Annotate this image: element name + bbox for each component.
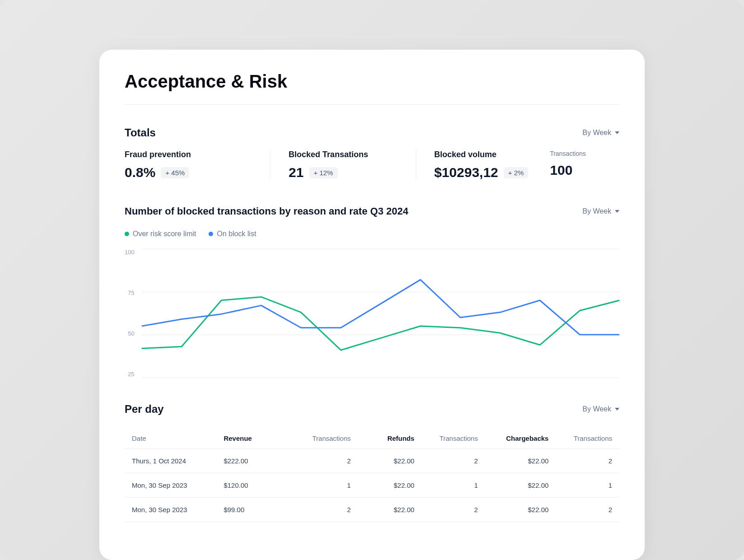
legend-item-over-risk: Over risk score limit (125, 230, 196, 238)
stat-label: Blocked Transations (288, 150, 397, 159)
dropdown-label: By Week (582, 405, 611, 413)
stat-value: 100 (550, 163, 586, 178)
td-date: Mon, 30 Sep 2023 (132, 481, 223, 489)
y-tick: 75 (125, 289, 135, 296)
td-date: Mon, 30 Sep 2023 (132, 506, 223, 513)
stat-delta: + 12% (309, 167, 338, 178)
chart-title: Number of blocked transactions by reason… (125, 205, 408, 217)
fraud-prevention-stat: Fraud prevention 0.8% + 45% (125, 150, 270, 180)
td-cb_tx: 2 (549, 457, 612, 465)
page-title: Acceptance & Risk (125, 71, 619, 92)
td-rev_tx: 2 (287, 457, 351, 465)
dashboard-card: Acceptance & Risk Totals By Week Fraud p… (99, 50, 645, 560)
td-chargebacks: $22.00 (478, 457, 549, 465)
stat-delta: + 45% (161, 167, 189, 178)
td-rev_tx: 1 (287, 481, 351, 489)
table-row: Mon, 30 Sep 2023$99.002$22.002$22.002 (125, 498, 619, 522)
stat-value: 21 (288, 165, 303, 180)
chart-dropdown[interactable]: By Week (582, 207, 619, 215)
chart-legend: Over risk score limit On block list (125, 230, 619, 238)
totals-title: Totals (125, 126, 156, 139)
per-day-title: Per day (125, 403, 164, 415)
chevron-down-icon (615, 131, 619, 134)
td-chargebacks: $22.00 (478, 506, 549, 513)
stat-value: $10293,12 (434, 165, 498, 180)
chevron-down-icon (615, 408, 619, 411)
table-row: Thurs, 1 Oct 2024$222.002$22.002$22.002 (125, 449, 619, 473)
td-ref_tx: 2 (414, 457, 478, 465)
stat-label: Blocked volume (434, 150, 528, 159)
legend-label: On block list (217, 230, 256, 238)
th-rev-tx: Transactions (287, 434, 351, 442)
td-cb_tx: 2 (549, 506, 612, 513)
per-day-table: Date Revenue Transactions Refunds Transa… (125, 428, 619, 522)
totals-dropdown[interactable]: By Week (582, 129, 619, 137)
legend-item-on-block: On block list (209, 230, 256, 238)
th-refunds: Refunds (351, 434, 414, 442)
th-ref-tx: Transactions (414, 434, 478, 442)
per-day-section: Per day By Week Date Revenue Transaction… (125, 403, 619, 522)
stat-value: 0.8% (125, 165, 155, 180)
td-refunds: $22.00 (351, 506, 414, 513)
chart-line-on-block-list (142, 280, 619, 335)
dropdown-label: By Week (582, 207, 611, 215)
per-day-dropdown[interactable]: By Week (582, 405, 619, 413)
td-date: Thurs, 1 Oct 2024 (132, 457, 223, 465)
td-revenue: $222.00 (223, 457, 287, 465)
divider (125, 104, 619, 105)
td-revenue: $99.00 (223, 506, 287, 513)
td-refunds: $22.00 (351, 481, 414, 489)
td-cb_tx: 1 (549, 481, 612, 489)
stat-label: Fraud prevention (125, 150, 252, 159)
td-ref_tx: 1 (414, 481, 478, 489)
th-chargebacks: Chargebacks (478, 434, 549, 442)
blocked-volume-stat: Blocked volume $10293,12 + 2% Transactio… (416, 150, 619, 180)
legend-dot-icon (209, 232, 213, 236)
y-tick: 25 (125, 371, 135, 378)
td-ref_tx: 2 (414, 506, 478, 513)
y-tick: 50 (125, 330, 135, 337)
stat-delta: + 2% (504, 167, 529, 178)
chart-area (142, 249, 619, 378)
th-cb-tx: Transactions (549, 434, 612, 442)
y-tick: 100 (125, 249, 135, 256)
totals-grid: Fraud prevention 0.8% + 45% Blocked Tran… (125, 150, 619, 180)
th-date: Date (132, 434, 223, 442)
td-refunds: $22.00 (351, 457, 414, 465)
y-axis: 100 75 50 25 (125, 249, 135, 378)
legend-label: Over risk score limit (133, 230, 196, 238)
legend-dot-icon (125, 232, 129, 236)
th-revenue: Revenue (223, 434, 287, 442)
chevron-down-icon (615, 210, 619, 213)
table-row: Mon, 30 Sep 2023$120.001$22.001$22.001 (125, 473, 619, 498)
blocked-transactions-stat: Blocked Transations 21 + 12% (270, 150, 415, 180)
transactions-stat: Transactions 100 (550, 150, 586, 178)
stat-label: Transactions (550, 150, 586, 157)
chart-line-over-risk-score-limit (142, 297, 619, 350)
td-rev_tx: 2 (287, 506, 351, 513)
chart-section: Number of blocked transactions by reason… (125, 205, 619, 378)
line-chart (142, 249, 619, 378)
td-chargebacks: $22.00 (478, 481, 549, 489)
dropdown-label: By Week (582, 129, 611, 137)
table-header: Date Revenue Transactions Refunds Transa… (125, 428, 619, 449)
td-revenue: $120.00 (223, 481, 287, 489)
